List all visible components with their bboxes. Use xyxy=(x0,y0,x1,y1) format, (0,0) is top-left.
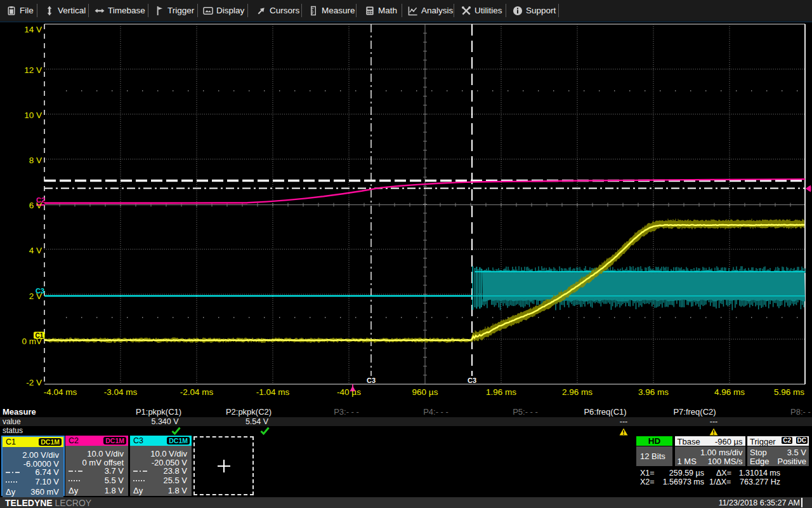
svg-text:-2.04 ms: -2.04 ms xyxy=(180,387,214,397)
svg-text:5.96 ms: 5.96 ms xyxy=(774,387,804,397)
svg-text:0 mV: 0 mV xyxy=(22,337,42,346)
svg-text:12 V: 12 V xyxy=(24,65,42,75)
svg-text:-4.04 ms: -4.04 ms xyxy=(44,387,77,397)
svg-text:-1.04 ms: -1.04 ms xyxy=(256,387,290,397)
svg-text:4.96 ms: 4.96 ms xyxy=(714,387,745,397)
svg-text:10 V: 10 V xyxy=(24,110,42,120)
svg-text:-40 µs: -40 µs xyxy=(337,387,361,397)
svg-text:1.96 ms: 1.96 ms xyxy=(486,387,516,397)
svg-text:C3: C3 xyxy=(468,377,476,384)
svg-text:-3.04 ms: -3.04 ms xyxy=(104,387,138,397)
svg-text:-2 V: -2 V xyxy=(26,378,42,387)
svg-text:8 V: 8 V xyxy=(29,156,42,165)
svg-text:3.96 ms: 3.96 ms xyxy=(638,387,669,397)
svg-text:2 V: 2 V xyxy=(29,291,42,301)
svg-text:960 µs: 960 µs xyxy=(412,387,438,397)
svg-text:4 V: 4 V xyxy=(29,246,42,255)
svg-text:14 V: 14 V xyxy=(24,25,42,34)
svg-text:6 V: 6 V xyxy=(29,201,42,210)
svg-text:2.96 ms: 2.96 ms xyxy=(562,387,593,397)
svg-text:C3: C3 xyxy=(367,377,376,384)
